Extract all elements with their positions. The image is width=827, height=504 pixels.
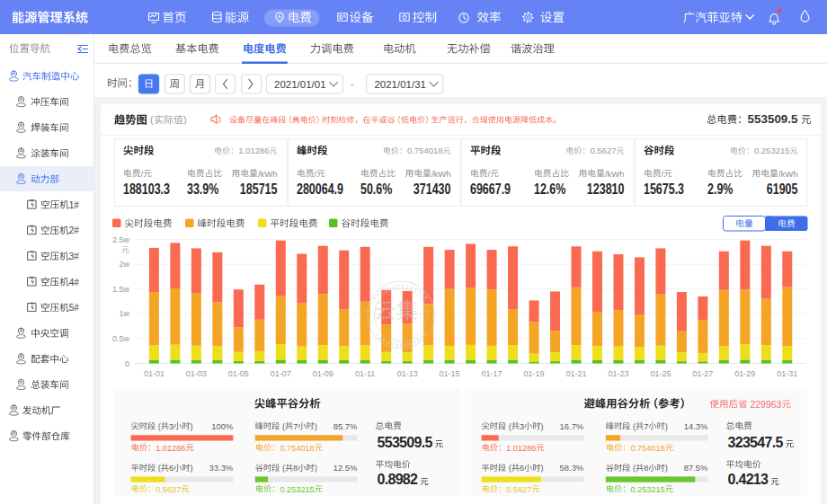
svg-text:100%: 100% <box>211 421 233 431</box>
svg-text:0: 0 <box>125 359 129 368</box>
svg-text:3#: 3# <box>69 252 80 261</box>
svg-text:01-13: 01-13 <box>397 369 418 378</box>
svg-text:16.7%: 16.7% <box>560 421 584 431</box>
svg-text:(: ( <box>506 422 511 431</box>
svg-text:01-11: 01-11 <box>355 369 375 378</box>
svg-text:8: 8 <box>293 464 298 473</box>
svg-text:553509.5: 553509.5 <box>378 435 433 450</box>
svg-text:4#: 4# <box>69 278 80 287</box>
svg-text:01-27: 01-27 <box>692 369 713 378</box>
svg-text:(: ( <box>156 464 161 473</box>
svg-text:7: 7 <box>293 422 298 431</box>
svg-text:1.5w: 1.5w <box>112 285 130 294</box>
svg-text:3: 3 <box>520 422 524 431</box>
svg-text:): ) <box>541 422 544 431</box>
svg-text:/: / <box>141 169 144 179</box>
svg-text:01-15: 01-15 <box>440 369 460 378</box>
svg-text:7: 7 <box>644 422 648 431</box>
svg-text:185715: 185715 <box>240 181 278 197</box>
svg-text:/: / <box>488 169 491 179</box>
svg-text:8: 8 <box>644 464 648 473</box>
svg-text:0.5627: 0.5627 <box>156 485 181 494</box>
svg-text:01-21: 01-21 <box>565 369 586 378</box>
svg-text:2021/01/31: 2021/01/31 <box>374 79 426 90</box>
svg-text:01-17: 01-17 <box>482 369 502 378</box>
svg-text:/kWh: /kWh <box>605 169 625 179</box>
svg-text:2w: 2w <box>119 260 129 269</box>
svg-text:87.5%: 87.5% <box>684 463 708 473</box>
svg-text:553509.5: 553509.5 <box>748 112 798 126</box>
svg-text:): ) <box>315 422 317 431</box>
svg-text:1#: 1# <box>69 200 80 210</box>
svg-text:0.754018: 0.754018 <box>407 146 443 155</box>
svg-text:50.6%: 50.6% <box>360 181 393 197</box>
svg-text:01-29: 01-29 <box>734 369 755 378</box>
svg-text:6: 6 <box>520 464 524 473</box>
svg-text:): ) <box>183 114 187 125</box>
svg-text:): ) <box>665 464 668 473</box>
svg-text:123810: 123810 <box>587 181 625 197</box>
svg-text:01-09: 01-09 <box>313 369 333 378</box>
svg-text:0.253215: 0.253215 <box>630 485 664 494</box>
svg-text:0.8982: 0.8982 <box>378 472 419 487</box>
svg-text:12.6%: 12.6% <box>534 181 566 197</box>
svg-text:323547.5: 323547.5 <box>728 435 784 450</box>
svg-text:/kWh: /kWh <box>778 169 798 179</box>
svg-text:6: 6 <box>169 464 173 473</box>
svg-text:): ) <box>191 464 193 473</box>
svg-text:0.253215: 0.253215 <box>754 146 790 155</box>
svg-text:280064.9: 280064.9 <box>297 181 343 197</box>
svg-text:): ) <box>665 422 668 431</box>
svg-text:01-05: 01-05 <box>228 369 249 378</box>
svg-text:5#: 5# <box>69 303 80 313</box>
svg-text:-: - <box>351 78 354 89</box>
svg-text:188103.3: 188103.3 <box>123 181 170 197</box>
svg-text:2#: 2# <box>69 225 80 235</box>
svg-text:1.01286: 1.01286 <box>506 444 536 453</box>
svg-text:1w: 1w <box>119 309 129 318</box>
svg-text:33.9%: 33.9% <box>187 181 219 197</box>
svg-text:01-03: 01-03 <box>186 369 207 378</box>
svg-text:0.5w: 0.5w <box>112 334 130 343</box>
svg-text:69667.9: 69667.9 <box>470 181 511 197</box>
svg-text:85.7%: 85.7% <box>333 421 358 431</box>
svg-text:/: / <box>662 169 664 179</box>
svg-text:2021/01/01: 2021/01/01 <box>274 79 326 90</box>
svg-text:58.3%: 58.3% <box>560 463 584 473</box>
svg-text:01-07: 01-07 <box>271 369 291 378</box>
svg-text:(: ( <box>280 422 285 431</box>
svg-text:(: ( <box>280 464 285 473</box>
svg-text:0.253215: 0.253215 <box>280 485 314 494</box>
svg-text:01-19: 01-19 <box>524 369 545 378</box>
svg-text:2.5w: 2.5w <box>112 235 130 244</box>
svg-text:): ) <box>191 422 193 431</box>
svg-text:229963: 229963 <box>748 399 782 410</box>
svg-text:01-31: 01-31 <box>777 369 797 378</box>
svg-text:1.01286: 1.01286 <box>156 444 185 453</box>
svg-text:(: ( <box>156 422 161 431</box>
svg-text:/: / <box>315 169 317 179</box>
svg-text:0.754018: 0.754018 <box>280 444 314 453</box>
svg-text:0.754018: 0.754018 <box>630 444 664 453</box>
svg-text:371430: 371430 <box>414 181 451 197</box>
svg-text:1.01286: 1.01286 <box>238 146 269 155</box>
svg-text:/kWh: /kWh <box>258 169 278 179</box>
svg-text:01-23: 01-23 <box>608 369 628 378</box>
svg-text:): ) <box>315 464 317 473</box>
svg-text:(: ( <box>150 114 154 125</box>
svg-text:0.4213: 0.4213 <box>728 472 769 487</box>
svg-text:01-25: 01-25 <box>650 369 671 378</box>
svg-text:12.5%: 12.5% <box>333 463 358 473</box>
svg-text:(: ( <box>630 464 636 473</box>
svg-text:33.3%: 33.3% <box>209 463 234 473</box>
svg-text:(: ( <box>630 422 636 431</box>
svg-text:14.3%: 14.3% <box>684 421 708 431</box>
svg-text:0.5627: 0.5627 <box>590 146 616 155</box>
svg-text:3: 3 <box>169 422 173 431</box>
svg-text:(: ( <box>506 464 511 473</box>
svg-text:0.5627: 0.5627 <box>506 485 531 494</box>
svg-text:2.9%: 2.9% <box>707 181 734 197</box>
svg-text:/kWh: /kWh <box>431 169 451 179</box>
svg-text:61905: 61905 <box>767 181 798 197</box>
svg-text:15675.3: 15675.3 <box>644 181 684 197</box>
